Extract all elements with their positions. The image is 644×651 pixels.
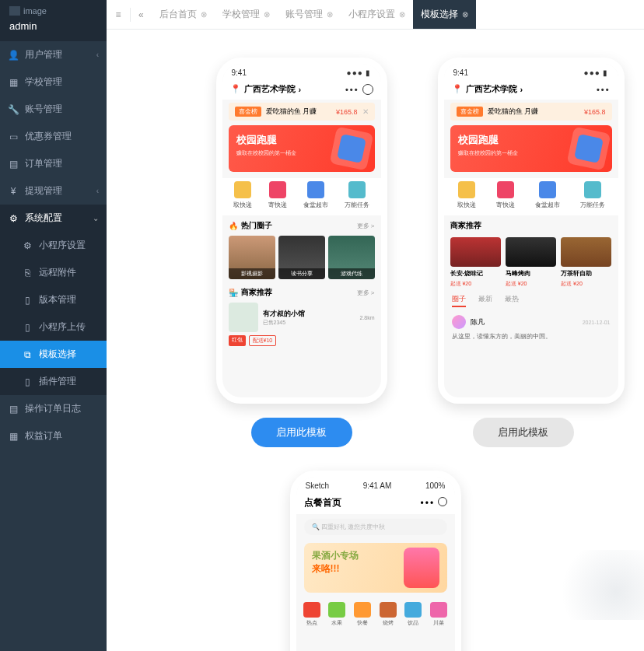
avatar [452, 315, 466, 329]
service-icon [234, 181, 251, 198]
username: admin [9, 20, 97, 32]
phone-mockup-3: Sketch 9:41 AM 100% 点餐首页 ••• 🔍 四重好礼 邀您共度… [290, 471, 461, 651]
sidebar-item[interactable]: ▭优惠券管理 [0, 123, 107, 150]
target-icon [362, 84, 373, 95]
enable-template-2-button[interactable]: 启用此模板 [473, 418, 574, 447]
shop-icon: 🏪 [229, 289, 238, 297]
tab[interactable]: 账号管理⊗ [278, 0, 341, 29]
chevron-left-icon: ‹ [96, 187, 99, 195]
food-category: 热点 [303, 602, 320, 627]
chevron-down-icon: ⌄ [93, 214, 99, 222]
sidebar: image admin 👤用户管理‹▦学校管理🔧账号管理▭优惠券管理▤订单管理¥… [0, 0, 107, 651]
food-category: 烧烤 [380, 602, 397, 627]
tab[interactable]: 后台首页⊗ [152, 0, 215, 29]
tab-home-icon[interactable]: « [131, 9, 152, 20]
search-input: 🔍 四重好礼 邀您共度中秋 [304, 519, 447, 535]
sidebar-item[interactable]: ▯版本管理 [0, 286, 107, 313]
close-icon[interactable]: ⊗ [399, 10, 405, 19]
service-item: 寄快递 [268, 181, 287, 209]
nav-label: 学校管理 [25, 75, 62, 89]
sidebar-item[interactable]: ▦学校管理 [0, 68, 107, 96]
service-item: 食堂超市 [303, 181, 328, 209]
rights-icon: ▦ [8, 431, 19, 442]
sidebar-item[interactable]: ⧉模板选择 [0, 341, 107, 368]
close-icon[interactable]: ⊗ [462, 10, 468, 19]
nav: 👤用户管理‹▦学校管理🔧账号管理▭优惠券管理▤订单管理¥提现管理‹ ⚙ 系统配置… [0, 41, 107, 651]
food-category: 饮品 [404, 602, 422, 627]
service-item: 食堂超市 [535, 181, 560, 209]
close-icon[interactable]: ⊗ [264, 10, 270, 19]
service-item: 寄快递 [496, 181, 515, 209]
coupon-icon: ▭ [8, 131, 19, 142]
sidebar-item[interactable]: ¥提现管理‹ [0, 177, 107, 205]
more-icon: ••• [421, 498, 436, 509]
nav-label: 账号管理 [25, 103, 62, 116]
wrench-icon: 🔧 [8, 104, 19, 115]
yen-icon: ¥ [8, 186, 19, 197]
gear-icon: ⚙ [8, 213, 19, 224]
signal-icon: ●●● ▮ [347, 68, 372, 77]
logo-image-placeholder [9, 6, 20, 16]
feed-tab: 最新 [478, 294, 492, 307]
logo: image [9, 6, 97, 16]
sidebar-item[interactable]: 👤用户管理‹ [0, 41, 107, 68]
hot-card: 游戏代练 [328, 236, 375, 279]
nav-label: 模板选择 [39, 348, 76, 361]
template-card-3: Sketch 9:41 AM 100% 点餐首页 ••• 🔍 四重好礼 邀您共度… [275, 471, 477, 651]
sidebar-item-system-config[interactable]: ⚙ 系统配置 ⌄ [0, 205, 107, 232]
service-icon [497, 181, 514, 198]
more-icon: ••• [345, 85, 359, 94]
tab[interactable]: 学校管理⊗ [215, 0, 278, 29]
nav-label: 插件管理 [39, 375, 76, 388]
nav-label: 订单管理 [25, 157, 62, 170]
sidebar-item[interactable]: 🔧账号管理 [0, 96, 107, 123]
nav-label: 小程序设置 [39, 239, 86, 252]
service-icon [584, 181, 601, 198]
service-item: 取快递 [233, 181, 252, 209]
tab[interactable]: 小程序设置⊗ [341, 0, 413, 29]
search-icon: 🔍 [312, 523, 320, 530]
sidebar-item[interactable]: ▯插件管理 [0, 368, 107, 395]
school-icon: ▦ [8, 77, 19, 88]
main: ≡ « 后台首页⊗学校管理⊗账号管理⊗小程序设置⊗模板选择⊗ 9:41●●● ▮… [107, 0, 644, 651]
hot-card: 读书分享 [278, 236, 325, 279]
flame-icon: 🔥 [229, 222, 238, 230]
tab[interactable]: 模板选择⊗ [413, 0, 476, 29]
list-icon: ▤ [8, 159, 19, 170]
template-card-2: 9:41●●● ▮ 📍 广西艺术学院› ••• 喜金榜 爱吃猫的鱼 月赚 ¥16… [434, 58, 613, 447]
enable-template-1-button[interactable]: 启用此模板 [251, 418, 352, 447]
sidebar-item[interactable]: ⚙小程序设置 [0, 232, 107, 259]
copy-icon: ⧉ [22, 349, 33, 360]
close-icon[interactable]: ⊗ [327, 10, 333, 19]
doc-icon: ▯ [22, 295, 33, 306]
close-icon[interactable]: ⊗ [201, 10, 207, 19]
pin-icon: 📍 [230, 84, 241, 94]
service-item: 万能任务 [580, 181, 605, 209]
shop-card: 万茶轩自助起送 ¥20 [561, 237, 611, 288]
sidebar-item[interactable]: ▦权益订单 [0, 422, 107, 450]
nav-label: 版本管理 [39, 293, 76, 306]
sidebar-item[interactable]: ▤订单管理 [0, 150, 107, 177]
service-icon [269, 181, 286, 198]
logo-label: image [23, 6, 47, 16]
service-icon [458, 181, 475, 198]
log-icon: ▤ [8, 404, 19, 415]
sidebar-item[interactable]: ⎘远程附件 [0, 259, 107, 286]
user-icon: 👤 [8, 50, 19, 61]
food-category: 水果 [328, 602, 345, 627]
nav-label: 系统配置 [25, 212, 62, 225]
template-card-1: 9:41●●● ▮ 📍 广西艺术学院› ••• 喜金榜 爱吃猫的鱼 月赚 ¥16… [201, 58, 403, 447]
feed-tab: 圈子 [452, 294, 466, 307]
pin-icon: 📍 [452, 84, 463, 94]
plugin-icon: ▯ [22, 376, 33, 387]
sidebar-item[interactable]: ▤操作订单日志 [0, 395, 107, 422]
service-icon [348, 181, 366, 198]
nav-label: 用户管理 [25, 48, 62, 61]
sidebar-item[interactable]: ▯小程序上传 [0, 313, 107, 341]
close-icon: ✕ [362, 107, 369, 116]
menu-toggle-icon[interactable]: ≡ [107, 9, 130, 20]
feed-tab: 最热 [505, 294, 519, 307]
shop-card: 马峰烤肉起送 ¥20 [506, 237, 556, 288]
service-item: 万能任务 [345, 181, 369, 209]
nav-label: 权益订单 [25, 429, 62, 443]
